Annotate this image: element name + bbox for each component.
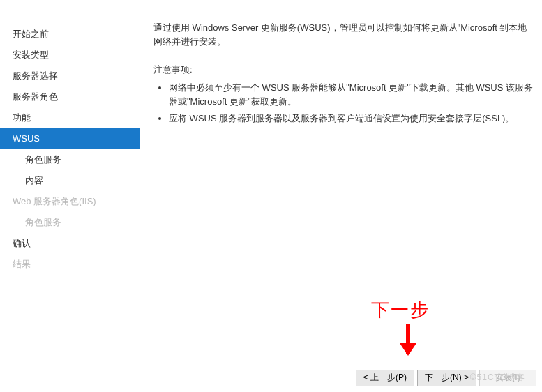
sidebar-item-label: 功能 [13,112,31,123]
sidebar-item-iis-role: Web 服务器角色(IIS) [0,191,140,212]
sidebar-item-results: 结果 [0,254,140,275]
content-note-heading: 注意事项: [153,63,535,77]
sidebar-item-server-roles[interactable]: 服务器角色 [0,86,140,107]
sidebar-item-label: 开始之前 [13,29,49,39]
sidebar-item-label: WSUS [13,133,40,144]
wizard-button-bar: < 上一步(P) 下一步(N) > 安装(I) [0,363,542,392]
sidebar-item-label: 确认 [13,238,31,248]
sidebar-item-label: 服务器角色 [13,91,58,102]
sidebar-item-confirm[interactable]: 确认 [0,233,140,254]
wizard-content: 通过使用 Windows Server 更新服务(WSUS)，管理员可以控制如何… [140,0,542,363]
next-button[interactable]: 下一步(N) > [417,370,476,386]
previous-button[interactable]: < 上一步(P) [356,370,414,386]
sidebar-item-label: 安装类型 [13,50,49,60]
sidebar-item-wsus[interactable]: WSUS [0,128,140,149]
sidebar-item-iis-role-services: 角色服务 [0,212,140,233]
sidebar-item-server-select[interactable]: 服务器选择 [0,66,140,86]
install-button: 安装(I) [479,370,536,386]
sidebar-item-label: 角色服务 [25,217,61,227]
wizard-sidebar: 开始之前 安装类型 服务器选择 服务器角色 功能 WSUS 角色服务 内容 We… [0,0,140,363]
sidebar-item-label: Web 服务器角色(IIS) [13,196,96,206]
sidebar-item-wsus-role-services[interactable]: 角色服务 [0,149,140,170]
content-paragraph-1: 通过使用 Windows Server 更新服务(WSUS)，管理员可以控制如何… [153,21,535,49]
sidebar-item-before-begin[interactable]: 开始之前 [0,24,140,45]
sidebar-item-install-type[interactable]: 安装类型 [0,45,140,66]
content-bullets: 网络中必须至少有一个 WSUS 服务器能够从"Microsoft 更新"下载更新… [153,81,535,126]
content-bullet-1: 网络中必须至少有一个 WSUS 服务器能够从"Microsoft 更新"下载更新… [169,81,535,109]
sidebar-item-label: 结果 [13,259,31,269]
sidebar-item-label: 服务器选择 [13,70,58,81]
sidebar-item-label: 角色服务 [25,154,61,165]
sidebar-item-features[interactable]: 功能 [0,107,140,128]
sidebar-item-label: 内容 [25,175,43,186]
sidebar-item-wsus-content[interactable]: 内容 [0,170,140,191]
content-bullet-2: 应将 WSUS 服务器到服务器以及服务器到客户端通信设置为使用安全套接字层(SS… [169,112,535,126]
